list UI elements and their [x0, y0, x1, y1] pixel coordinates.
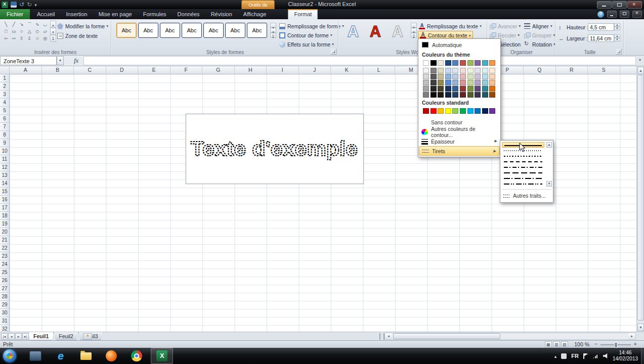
theme-color-variant-swatch[interactable] — [445, 80, 451, 85]
standard-color-swatch[interactable] — [460, 108, 466, 114]
row-header-5[interactable]: 5 — [0, 107, 9, 115]
row-header-11[interactable]: 11 — [0, 155, 9, 163]
theme-color-variant-swatch[interactable] — [467, 68, 474, 73]
theme-color-variant-swatch[interactable] — [452, 86, 458, 92]
standard-color-swatch[interactable] — [482, 108, 488, 114]
scroll-down-icon[interactable]: ▼ — [637, 324, 644, 331]
edit-shape-button[interactable]: Modifier la forme — [57, 22, 108, 30]
wordart-more-icon[interactable] — [411, 33, 417, 38]
dash-style-dash[interactable] — [502, 159, 544, 164]
start-button[interactable] — [3, 349, 16, 362]
bring-forward-button[interactable]: Avancer — [490, 22, 521, 30]
standard-color-swatch[interactable] — [489, 108, 495, 114]
tab-accueil[interactable]: Accueil — [31, 9, 60, 19]
horizontal-scrollbar[interactable]: ◂ ▸ — [384, 333, 636, 340]
shape-gallery-item[interactable]: □ — [2, 28, 10, 35]
theme-color-variant-swatch[interactable] — [489, 86, 495, 92]
theme-color-variant-swatch[interactable] — [482, 68, 488, 73]
row-header-13[interactable]: 13 — [0, 171, 9, 179]
theme-color-variant-swatch[interactable] — [431, 74, 437, 79]
theme-color-variant-swatch[interactable] — [460, 80, 466, 85]
row-header-8[interactable]: 8 — [0, 131, 9, 139]
theme-color-swatch[interactable] — [489, 60, 495, 66]
theme-color-swatch[interactable] — [445, 60, 451, 66]
scroll-up-icon[interactable]: ▲ — [637, 67, 644, 74]
dash-style-long-dash-dot[interactable] — [502, 175, 544, 181]
text-box-shape[interactable]: Texte d'exemple — [186, 114, 364, 184]
theme-color-variant-swatch[interactable] — [452, 92, 458, 98]
gallery-up-icon[interactable] — [50, 21, 56, 28]
help-icon[interactable] — [597, 11, 604, 18]
styles-more-icon[interactable] — [270, 33, 276, 38]
theme-color-variant-swatch[interactable] — [438, 68, 444, 73]
shape-fill-button[interactable]: Remplissage de forme — [279, 22, 344, 30]
size-dialog-launcher[interactable] — [616, 49, 622, 55]
theme-color-variant-swatch[interactable] — [489, 74, 495, 79]
tab-données[interactable]: Données — [172, 9, 205, 19]
column-header-E[interactable]: E — [138, 66, 170, 74]
shape-gallery-item[interactable]: ▱ — [41, 28, 50, 35]
column-header-H[interactable]: H — [235, 66, 267, 74]
row-header-17[interactable]: 17 — [0, 204, 9, 212]
column-header-C[interactable]: C — [74, 66, 106, 74]
cell-grid[interactable] — [10, 74, 636, 332]
shape-width-stepper[interactable]: ▲▼ — [614, 34, 620, 42]
zoom-in-icon[interactable]: + — [634, 341, 637, 347]
first-sheet-icon[interactable]: |◂ — [1, 333, 8, 340]
wordart-style-red[interactable]: A — [364, 21, 387, 43]
shape-style-thumb[interactable]: Abc — [138, 23, 158, 38]
row-header-29[interactable]: 29 — [0, 301, 9, 309]
menu-item-more-outline-colors[interactable]: Autres couleurs de contour... — [418, 127, 500, 136]
shape-style-thumb[interactable]: Abc — [116, 23, 137, 38]
theme-color-swatch[interactable] — [438, 60, 444, 66]
action-center-icon[interactable] — [583, 353, 588, 359]
theme-color-variant-swatch[interactable] — [467, 74, 474, 79]
row-header-14[interactable]: 14 — [0, 179, 9, 188]
theme-color-variant-swatch[interactable] — [423, 68, 429, 73]
previous-sheet-icon[interactable]: ◂ — [8, 333, 15, 340]
theme-color-variant-swatch[interactable] — [423, 80, 429, 85]
wordart-style-outline[interactable]: A — [342, 21, 364, 43]
taskbar-clock[interactable]: 14:46 14/02/2013 — [610, 350, 641, 362]
shape-gallery-item[interactable]: ⇨ — [10, 35, 18, 42]
theme-color-variant-swatch[interactable] — [489, 68, 495, 73]
name-box[interactable]: ZoneTexte 3 — [0, 56, 57, 65]
theme-color-swatch[interactable] — [452, 60, 458, 66]
row-header-23[interactable]: 23 — [0, 252, 9, 260]
column-header-Q[interactable]: Q — [524, 66, 556, 74]
name-box-dropdown-icon[interactable] — [57, 56, 64, 65]
theme-color-variant-swatch[interactable] — [482, 80, 488, 85]
standard-color-swatch[interactable] — [445, 108, 451, 114]
column-header-J[interactable]: J — [299, 66, 331, 74]
theme-color-variant-swatch[interactable] — [438, 80, 444, 85]
theme-color-variant-swatch[interactable] — [467, 80, 474, 85]
language-indicator[interactable]: FR — [571, 353, 579, 359]
theme-color-variant-swatch[interactable] — [431, 92, 437, 98]
theme-color-variant-swatch[interactable] — [438, 92, 444, 98]
theme-color-variant-swatch[interactable] — [438, 86, 444, 92]
tab-format[interactable]: Format — [288, 9, 318, 19]
shape-gallery-item[interactable]: △ — [26, 28, 34, 35]
dash-style-long-dash[interactable] — [502, 170, 544, 175]
row-header-22[interactable]: 22 — [0, 244, 9, 252]
shape-width-input[interactable]: 11,64 cm — [588, 34, 614, 42]
standard-color-swatch[interactable] — [452, 108, 458, 114]
theme-color-variant-swatch[interactable] — [460, 92, 466, 98]
vertical-scrollbar[interactable]: ▲ ▼ — [636, 66, 644, 332]
row-header-25[interactable]: 25 — [0, 268, 9, 277]
theme-color-variant-swatch[interactable] — [431, 68, 437, 73]
theme-color-variant-swatch[interactable] — [482, 86, 488, 92]
theme-color-variant-swatch[interactable] — [452, 74, 458, 79]
dash-style-square-dot[interactable] — [502, 153, 544, 159]
row-header-15[interactable]: 15 — [0, 188, 9, 196]
theme-color-variant-swatch[interactable] — [475, 68, 481, 73]
column-header-D[interactable]: D — [106, 66, 139, 74]
zoom-slider-thumb[interactable] — [614, 342, 618, 348]
taskbar-excel-icon[interactable] — [151, 348, 173, 364]
shape-gallery-item[interactable]: ◎ — [41, 35, 50, 42]
row-header-1[interactable]: 1 — [0, 74, 9, 82]
theme-color-swatch[interactable] — [460, 60, 466, 66]
theme-color-variant-swatch[interactable] — [475, 92, 481, 98]
text-box-button[interactable]: Zone de texte — [57, 31, 98, 40]
row-header-6[interactable]: 6 — [0, 115, 9, 123]
